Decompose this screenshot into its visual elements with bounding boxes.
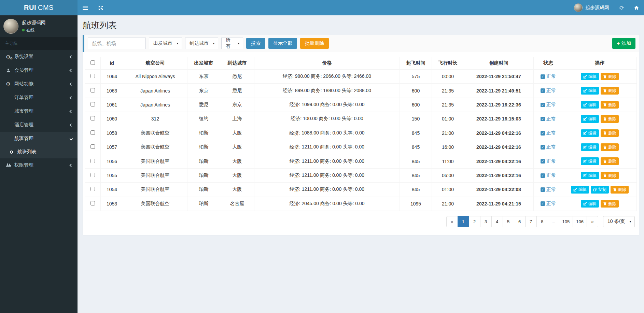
delete-button[interactable]: 删除: [601, 115, 619, 123]
cell-depart-time: 150: [400, 112, 432, 126]
refresh-button[interactable]: [614, 0, 629, 15]
sidebar-item-label: 订单管理: [14, 95, 33, 101]
show-all-button[interactable]: 显示全部: [268, 38, 297, 48]
status-badge: ✓正常: [541, 116, 556, 122]
sidebar-item-member-management[interactable]: 会员管理: [0, 63, 78, 77]
edit-button[interactable]: 编辑: [581, 200, 599, 208]
row-checkbox[interactable]: [90, 116, 95, 120]
add-button[interactable]: + 添加: [612, 38, 635, 49]
delete-button[interactable]: 删除: [601, 129, 619, 137]
sidebar-item-system-settings[interactable]: ⚙⚙系统设置: [0, 50, 78, 63]
brand-bold: RUI: [24, 4, 36, 12]
cell-status: ✓正常: [534, 140, 563, 154]
keyword-input[interactable]: [88, 38, 146, 49]
edit-button[interactable]: 编辑: [581, 143, 599, 151]
sidebar-item-label: 网站功能: [14, 81, 33, 87]
status-filter-select[interactable]: 所有 ▼: [221, 38, 243, 49]
page-button-6[interactable]: 6: [514, 216, 526, 227]
sidebar-item-flight-management[interactable]: 航班管理: [0, 132, 78, 145]
edit-button[interactable]: 编辑: [581, 115, 599, 123]
cell-status: ✓正常: [534, 84, 563, 98]
delete-button[interactable]: 删除: [601, 87, 619, 94]
row-checkbox[interactable]: [90, 88, 95, 93]
row-checkbox[interactable]: [90, 102, 95, 106]
row-checkbox[interactable]: [90, 144, 95, 149]
trash-icon: [603, 103, 607, 106]
list-icon: [5, 110, 11, 113]
row-checkbox[interactable]: [90, 187, 95, 191]
edit-icon: [583, 75, 587, 79]
copy-button[interactable]: 复制: [591, 186, 609, 193]
next-page-button[interactable]: »: [587, 216, 598, 227]
sidebar-item-city-management[interactable]: 城市管理: [0, 104, 78, 118]
edit-button[interactable]: 编辑: [581, 101, 599, 109]
delete-button[interactable]: 删除: [601, 73, 619, 80]
row-checkbox[interactable]: [90, 74, 95, 78]
sidebar-item-flight-list[interactable]: 航班列表: [0, 145, 78, 158]
flight-table: id航空公司出发城市到达城市价格起飞时间飞行时长创建时间状态操作 1064All…: [85, 57, 637, 211]
batch-delete-button[interactable]: 批量删除: [300, 38, 329, 48]
arrival-city-select[interactable]: 到达城市 ▼: [185, 38, 218, 49]
cell-id: 1060: [101, 112, 123, 126]
cell-id: 1055: [101, 168, 123, 182]
page-button-8[interactable]: 8: [536, 216, 548, 227]
sidebar-item-hotel-management[interactable]: 酒店管理: [0, 118, 78, 132]
cell-duration: 11:00: [432, 154, 464, 168]
brand-logo[interactable]: RUI CMS: [0, 0, 78, 15]
select-all-checkbox[interactable]: [90, 60, 95, 65]
row-checkbox[interactable]: [90, 159, 95, 163]
hamburger-icon: [83, 6, 88, 10]
fullscreen-button[interactable]: [93, 0, 108, 15]
cell-select: [85, 168, 101, 182]
page-button-106[interactable]: 106: [573, 216, 587, 227]
cell-id: 1053: [101, 197, 123, 211]
delete-button[interactable]: 删除: [611, 186, 629, 193]
edit-button[interactable]: 编辑: [581, 172, 599, 179]
delete-button[interactable]: 删除: [601, 200, 619, 208]
check-square-icon: ✓: [541, 159, 545, 163]
search-button[interactable]: 搜索: [246, 38, 265, 48]
trash-icon: [603, 117, 607, 121]
flight-list-panel: 出发城市 ▼ 到达城市 ▼ 所有 ▼ 搜索 显示全部 批量删除 + 添加: [83, 35, 639, 235]
trash-icon: [603, 159, 607, 163]
delete-button[interactable]: 删除: [601, 172, 619, 179]
cell-duration: 21:35: [432, 84, 464, 98]
home-button[interactable]: [629, 0, 644, 15]
page-size-select[interactable]: 10 条/页 ▼: [603, 216, 635, 227]
cell-airline: 美国联合航空: [123, 168, 187, 182]
row-checkbox[interactable]: [90, 130, 95, 135]
departure-city-select[interactable]: 出发城市 ▼: [149, 38, 182, 49]
edit-button[interactable]: 编辑: [581, 73, 599, 80]
sidebar-item-site-features[interactable]: ⚙网站功能: [0, 77, 78, 91]
trash-icon: [613, 188, 617, 191]
delete-button[interactable]: 删除: [601, 101, 619, 109]
sidebar-toggle-button[interactable]: [78, 0, 93, 15]
edit-button[interactable]: 编辑: [581, 87, 599, 94]
sidebar-item-permission-management[interactable]: 权限管理: [0, 158, 78, 172]
page-button-1[interactable]: 1: [458, 216, 469, 227]
row-checkbox[interactable]: [90, 201, 95, 205]
cell-id: 1061: [101, 98, 123, 112]
page-button-105[interactable]: 105: [559, 216, 573, 227]
edit-button[interactable]: 编辑: [581, 157, 599, 165]
page-button-7[interactable]: 7: [525, 216, 537, 227]
cell-status: ✓正常: [534, 168, 563, 182]
sidebar-item-order-management[interactable]: 订单管理: [0, 91, 78, 104]
delete-button[interactable]: 删除: [601, 143, 619, 151]
sidebar-item-label: 会员管理: [14, 67, 33, 73]
prev-page-button[interactable]: «: [446, 216, 458, 227]
edit-icon: [583, 159, 587, 163]
edit-button[interactable]: 编辑: [581, 129, 599, 137]
page-button-2[interactable]: 2: [469, 216, 480, 227]
online-status-label: 在线: [26, 27, 34, 33]
edit-button[interactable]: 编辑: [571, 186, 589, 193]
sidebar-submenu: 航班列表: [0, 145, 78, 158]
cell-created: 2022-11-29 04:21:15: [464, 197, 534, 211]
page-button-4[interactable]: 4: [491, 216, 503, 227]
page-button-3[interactable]: 3: [480, 216, 492, 227]
cell-status: ✓正常: [534, 183, 563, 197]
page-button-5[interactable]: 5: [503, 216, 514, 227]
row-checkbox[interactable]: [90, 173, 95, 177]
user-menu[interactable]: 起步源码网: [569, 0, 614, 15]
delete-button[interactable]: 删除: [601, 157, 619, 165]
